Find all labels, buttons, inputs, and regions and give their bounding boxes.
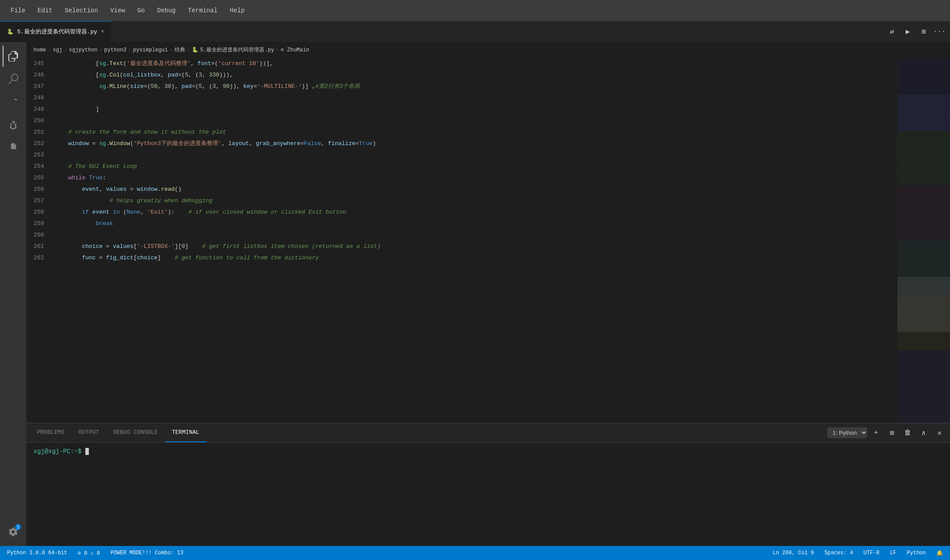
- editor-tab[interactable]: 🐍 5.最全的进度条代码管理器.py ×: [0, 21, 112, 42]
- errors-label: ⊘ 0 ⚠ 0: [78, 550, 100, 556]
- status-bell[interactable]: 🔔: [935, 550, 945, 556]
- line-ending-label: LF: [890, 550, 896, 556]
- panel-tab-output[interactable]: OUTPUT: [71, 423, 106, 442]
- menu-go[interactable]: Go: [132, 5, 150, 16]
- code-line-254: 254 # The GUI Event Loop: [26, 161, 897, 172]
- terminal-cursor: [85, 448, 89, 455]
- status-errors[interactable]: ⊘ 0 ⚠ 0: [76, 550, 102, 556]
- panel-tab-problems[interactable]: PROBLEMS: [30, 423, 71, 442]
- tab-label: 5.最全的进度条代码管理器.py: [17, 28, 97, 36]
- code-line-261: 261 choice = values['-LISTBOX-'][0] # ge…: [26, 241, 897, 252]
- status-python-version[interactable]: Python 3.8.0 64-bit: [5, 550, 69, 556]
- main-content: home › xgj › xgjpython › python3 › pysim…: [26, 42, 950, 546]
- layout-button[interactable]: ⊞: [917, 25, 931, 39]
- panel-tab-terminal[interactable]: TERMINAL: [165, 423, 206, 442]
- status-encoding[interactable]: UTF-8: [862, 550, 881, 556]
- code-line-259: 259 break: [26, 218, 897, 229]
- spaces-label: Spaces: 4: [825, 550, 853, 556]
- editor-container: 245 [sg.Text('最全进度条及代码整理', font=('curren…: [26, 58, 950, 423]
- status-position[interactable]: Ln 260, Col 9: [771, 550, 816, 556]
- menu-help[interactable]: Help: [225, 5, 250, 16]
- activity-extensions[interactable]: [3, 137, 24, 158]
- terminal-dropdown[interactable]: 1: Python: [827, 427, 867, 438]
- code-line-246: 246 [sg.Col(col_listbox, pad=(5, (3, 330…: [26, 69, 897, 81]
- activity-search[interactable]: [3, 69, 24, 90]
- code-line-253: 253: [26, 149, 897, 161]
- panel-tab-debug-console[interactable]: DEBUG CONSOLE: [106, 423, 164, 442]
- activity-settings[interactable]: [3, 521, 24, 542]
- breadcrumb-file-icon: 🐍: [192, 47, 198, 53]
- code-lines: 245 [sg.Text('最全进度条及代码整理', font=('curren…: [26, 58, 897, 264]
- code-line-257: 257 # helps greatly when debugging: [26, 195, 897, 207]
- menu-file[interactable]: File: [5, 5, 31, 16]
- close-panel-button[interactable]: ✕: [932, 426, 946, 440]
- encoding-label: UTF-8: [863, 550, 879, 556]
- status-bar: Python 3.8.0 64-bit ⊘ 0 ⚠ 0 POWER MODE!!…: [0, 546, 950, 560]
- power-mode-label: POWER MODE!!! Combo: 13: [110, 550, 183, 556]
- menu-selection[interactable]: Selection: [59, 5, 103, 16]
- panel-content[interactable]: xgj@xgj-PC:~$: [26, 443, 950, 546]
- run-button[interactable]: ▶: [901, 25, 915, 39]
- activity-source-control[interactable]: [3, 91, 24, 113]
- editor-layout: home › xgj › xgjpython › python3 › pysim…: [0, 42, 950, 546]
- tab-bar: 🐍 5.最全的进度条代码管理器.py × ⇄ ▶ ⊞ ···: [0, 21, 950, 42]
- breadcrumb-xgj[interactable]: xgj: [53, 47, 62, 53]
- breadcrumb-python3[interactable]: python3: [104, 47, 126, 53]
- status-power-mode: POWER MODE!!! Combo: 13: [109, 550, 185, 556]
- panel-actions: 1: Python + ⊞ 🗑 ∧ ✕: [827, 426, 946, 440]
- app: 🐍 5.最全的进度条代码管理器.py × ⇄ ▶ ⊞ ···: [0, 21, 950, 560]
- tab-close-button[interactable]: ×: [101, 28, 104, 35]
- delete-terminal-button[interactable]: 🗑: [901, 426, 915, 440]
- panel: PROBLEMS OUTPUT DEBUG CONSOLE TERMINAL 1…: [26, 423, 950, 546]
- maximize-panel-button[interactable]: ∧: [917, 426, 931, 440]
- code-line-262: 262 func = fig_dict[choice] # get functi…: [26, 252, 897, 264]
- code-line-255: 255 while True:: [26, 172, 897, 184]
- status-right: Ln 260, Col 9 Spaces: 4 UTF-8 LF Python …: [771, 550, 945, 556]
- status-language[interactable]: Python: [905, 550, 928, 556]
- tab-bar-actions: ⇄ ▶ ⊞ ···: [885, 25, 950, 39]
- code-line-250: 250: [26, 115, 897, 127]
- code-editor[interactable]: 245 [sg.Text('最全进度条及代码整理', font=('curren…: [26, 58, 897, 423]
- breadcrumb-function[interactable]: ⊙ ZhuMain: [281, 47, 309, 53]
- minimap[interactable]: [897, 58, 950, 423]
- code-line-247: 247 sg.MLine(size=(50, 30), pad=(5, (3, …: [26, 81, 897, 92]
- python-file-icon: 🐍: [7, 29, 14, 35]
- bell-icon: 🔔: [936, 550, 943, 556]
- activity-bar: [0, 42, 26, 546]
- minimap-viewport: [898, 277, 950, 332]
- menu-terminal[interactable]: Terminal: [183, 5, 223, 16]
- breadcrumb-xgjpython[interactable]: xgjpython: [69, 47, 98, 53]
- breadcrumb-jingdian[interactable]: 经典: [175, 46, 185, 54]
- language-label: Python: [907, 550, 926, 556]
- code-line-256: 256 event, values = window.read(): [26, 184, 897, 195]
- split-editor-button[interactable]: ⇄: [885, 25, 899, 39]
- breadcrumb-pysimplegui[interactable]: pysimplegui: [133, 47, 168, 53]
- code-line-248: 248: [26, 92, 897, 104]
- more-button[interactable]: ···: [932, 25, 946, 39]
- activity-explorer[interactable]: [3, 46, 24, 67]
- breadcrumb-home[interactable]: home: [33, 47, 46, 53]
- add-terminal-button[interactable]: +: [869, 426, 883, 440]
- breadcrumb: home › xgj › xgjpython › python3 › pysim…: [26, 42, 950, 58]
- status-line-ending[interactable]: LF: [888, 550, 898, 556]
- menu-edit[interactable]: Edit: [33, 5, 58, 16]
- panel-tabs: PROBLEMS OUTPUT DEBUG CONSOLE TERMINAL 1…: [26, 423, 950, 443]
- code-line-260: 260: [26, 229, 897, 241]
- code-line-258: 258 if event in (None, 'Exit'): # if use…: [26, 207, 897, 218]
- code-line-249: 249 ]: [26, 104, 897, 115]
- terminal-prompt: xgj@xgj-PC:~$: [33, 448, 81, 455]
- activity-debug[interactable]: [3, 114, 24, 135]
- code-line-245: 245 [sg.Text('最全进度条及代码整理', font=('curren…: [26, 58, 897, 69]
- code-line-252: 252 window = sg.Window('Python3下的最全的进度条整…: [26, 138, 897, 149]
- code-line-251: 251 # create the form and show it withou…: [26, 127, 897, 138]
- menu-view[interactable]: View: [105, 5, 131, 16]
- status-spaces[interactable]: Spaces: 4: [823, 550, 855, 556]
- breadcrumb-filename[interactable]: 5.最全的进度条代码管理器.py: [200, 46, 274, 54]
- menu-debug[interactable]: Debug: [152, 5, 181, 16]
- python-version-label: Python 3.8.0 64-bit: [7, 550, 67, 556]
- menu-bar: File Edit Selection View Go Debug Termin…: [0, 0, 950, 21]
- minimap-content: [898, 58, 950, 423]
- position-label: Ln 260, Col 9: [773, 550, 814, 556]
- split-terminal-button[interactable]: ⊞: [885, 426, 899, 440]
